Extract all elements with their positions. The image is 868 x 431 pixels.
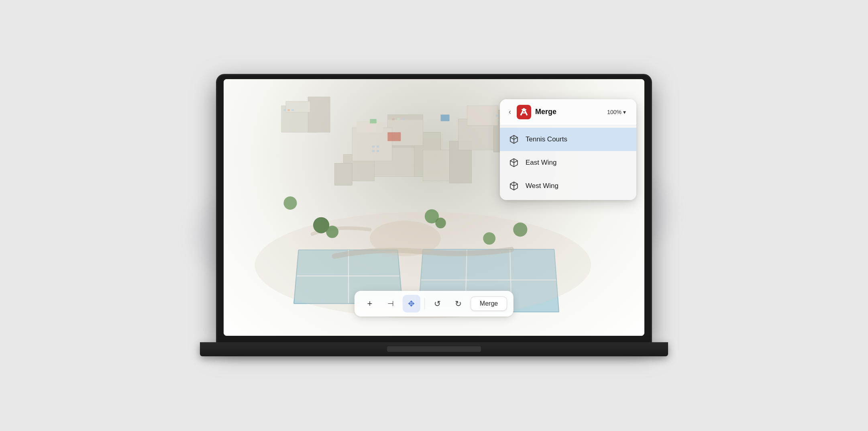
svg-rect-41 <box>387 132 401 141</box>
svg-rect-42 <box>441 114 450 121</box>
panel-item-label-tennis-courts: Tennis Courts <box>526 135 567 143</box>
svg-rect-22 <box>283 109 286 110</box>
svg-point-32 <box>370 221 440 256</box>
svg-rect-17 <box>397 118 400 120</box>
screen-bezel: + ⊣ ✥ ↺ ↻ Mer <box>224 79 644 336</box>
svg-rect-12 <box>372 145 375 148</box>
undo-icon: ↺ <box>434 299 441 308</box>
zoom-chevron-icon: ▾ <box>623 109 626 115</box>
svg-point-39 <box>513 222 527 236</box>
collapse-button[interactable]: ⊣ <box>382 295 399 313</box>
zoom-button[interactable]: 100% ▾ <box>604 107 629 117</box>
panel-header: ‹ Merge 100% ▾ <box>500 99 636 125</box>
svg-point-38 <box>483 232 495 245</box>
svg-point-40 <box>283 196 297 209</box>
panel-title: Merge <box>535 108 600 116</box>
panel-item-list: Tennis Courts East Wing <box>500 125 636 200</box>
cube-icon-east-wing <box>508 157 520 169</box>
laptop-frame: + ⊣ ✥ ↺ ↻ Mer <box>217 75 651 356</box>
svg-rect-13 <box>377 145 379 148</box>
toolbar-divider <box>424 298 425 309</box>
panel-item-east-wing[interactable]: East Wing <box>500 151 636 174</box>
merge-logo <box>517 105 531 119</box>
redo-icon: ↻ <box>455 299 462 308</box>
svg-rect-14 <box>372 150 375 152</box>
panel-back-button[interactable]: ‹ <box>507 107 513 117</box>
zoom-label: 100% <box>607 109 621 115</box>
toolbar: + ⊣ ✥ ↺ ↻ Mer <box>355 291 513 317</box>
panel-item-west-wing[interactable]: West Wing <box>500 174 636 198</box>
svg-rect-23 <box>287 109 290 110</box>
svg-rect-44 <box>517 105 531 119</box>
svg-rect-18 <box>403 118 405 120</box>
merge-panel: ‹ Merge 100% ▾ <box>500 99 636 200</box>
panel-item-label-west-wing: West Wing <box>526 182 558 190</box>
move-button[interactable]: ✥ <box>403 295 420 313</box>
add-button[interactable]: + <box>361 295 379 313</box>
merge-button[interactable]: Merge <box>471 296 507 311</box>
svg-rect-27 <box>467 106 498 126</box>
panel-item-tennis-courts[interactable]: Tennis Courts <box>500 128 636 151</box>
svg-point-37 <box>435 217 446 228</box>
add-icon: + <box>367 298 372 309</box>
undo-button[interactable]: ↺ <box>429 295 446 313</box>
move-icon: ✥ <box>408 299 415 308</box>
svg-rect-16 <box>392 118 395 120</box>
svg-rect-43 <box>370 119 377 123</box>
svg-rect-31 <box>496 119 499 121</box>
panel-item-label-east-wing: East Wing <box>526 159 556 167</box>
redo-button[interactable]: ↻ <box>450 295 467 313</box>
3d-viewport: + ⊣ ✥ ↺ ↻ Mer <box>224 79 644 336</box>
back-chevron-icon: ‹ <box>509 108 511 116</box>
svg-rect-28 <box>496 114 499 117</box>
collapse-icon: ⊣ <box>387 299 394 308</box>
svg-rect-24 <box>291 109 294 110</box>
svg-rect-7 <box>334 163 352 185</box>
cube-icon-tennis-courts <box>508 133 520 145</box>
cube-icon-west-wing <box>508 180 520 192</box>
merge-label: Merge <box>480 300 498 307</box>
svg-rect-20 <box>308 97 330 132</box>
svg-point-35 <box>326 225 338 238</box>
svg-rect-10 <box>352 128 392 161</box>
laptop-base <box>200 342 668 356</box>
svg-rect-15 <box>377 150 379 152</box>
laptop-screen-body: + ⊣ ✥ ↺ ↻ Mer <box>217 75 651 342</box>
